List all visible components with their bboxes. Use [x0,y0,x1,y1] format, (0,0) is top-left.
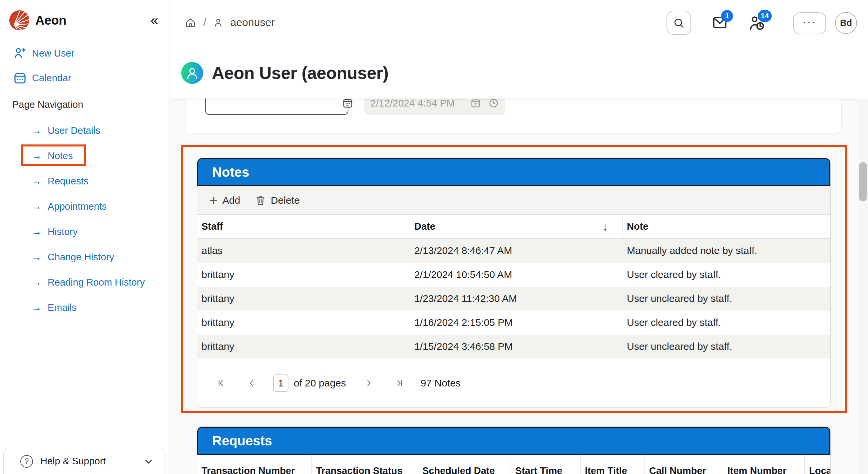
cell-staff: brittany [197,311,410,335]
sidebar-item-notes[interactable]: →Notes [0,143,169,168]
column-header-item-number[interactable]: Item Number [723,455,805,474]
page-title-row: Aeon User (aeonuser) [181,62,389,84]
cell-date: 1/15/2024 3:46:58 PM [410,335,622,359]
scrollbar-track[interactable] [858,99,868,474]
table-row[interactable]: brittany 1/15/2024 3:46:58 PM User uncle… [197,335,830,359]
chevron-down-icon [143,456,154,467]
page-title: Aeon User (aeonuser) [212,63,389,83]
help-icon: ? [20,455,33,468]
notes-toolbar: + Add Delete [197,186,830,215]
column-header-note[interactable]: Note [622,215,830,238]
column-label: Start Time [515,465,562,474]
arrow-right-icon: → [32,125,42,136]
sidebar-item-calendar[interactable]: Calendar [13,71,71,84]
column-label: Date [414,221,435,232]
breadcrumb: / aeonuser [185,16,275,29]
cell-staff: brittany [197,286,410,311]
help-support-label: Help & Support [40,456,106,467]
table-row[interactable]: atlas 2/13/2024 8:46:47 AM Manually adde… [197,239,830,263]
column-label: Item Number [727,465,786,474]
column-label: Staff [202,221,223,232]
requests-title: Requests [212,433,272,448]
column-label: Item Title [585,465,627,474]
sidebar-item-label: History [48,226,78,237]
column-header-scheduled-date[interactable]: Scheduled Date [418,455,511,474]
table-row[interactable]: brittany 1/16/2024 2:15:05 PM User clear… [197,311,830,335]
sidebar-item-label: User Details [48,125,100,136]
user-queue-button[interactable]: 14 [748,15,767,32]
requests-table-header: Transaction Number Transaction Status Sc… [197,455,830,474]
column-label: Note [627,221,648,232]
mail-button[interactable]: 1 [711,15,728,31]
notes-header: Notes [197,158,830,186]
sidebar-item-new-user[interactable]: New User [13,46,74,60]
help-support-panel[interactable]: ? Help & Support [3,448,166,474]
add-note-button[interactable]: + Add [209,194,240,206]
avatar-initials-label: Bd [840,18,852,28]
last-page-button[interactable] [394,378,405,388]
page-number-input[interactable] [273,374,288,392]
mail-badge: 1 [721,10,733,22]
requests-header: Requests [197,427,830,455]
calendar-icon[interactable] [342,98,353,109]
next-page-button[interactable] [363,378,374,388]
column-header-item-title[interactable]: Item Title [581,455,645,474]
scrollbar-thumb[interactable] [859,162,867,201]
cell-note: User uncleared by staff. [622,335,830,359]
delete-button-label: Delete [271,195,300,206]
previous-page-button[interactable] [246,378,257,388]
column-label: Loca [809,465,831,474]
column-label: Scheduled Date [422,465,495,474]
page-navigation-label: Page Navigation [12,99,83,110]
sidebar-item-change-history[interactable]: →Change History [0,244,169,270]
calendar-icon [470,98,481,108]
sort-descending-icon[interactable]: ↓ [602,220,608,234]
sidebar-item-label: Reading Room History [48,277,145,288]
person-plus-icon [13,46,27,60]
cell-date: 2/1/2024 10:54:50 AM [410,263,622,286]
column-header-call-number[interactable]: Call Number [645,455,723,474]
column-header-transaction-status[interactable]: Transaction Status [312,455,418,474]
cell-note: User cleared by staff. [622,311,830,335]
user-avatar [181,62,203,84]
sidebar-item-requests[interactable]: →Requests [0,168,169,194]
column-header-staff[interactable]: Staff [197,215,410,238]
sidebar-item-user-details[interactable]: →User Details [0,118,169,143]
cell-note: User uncleared by staff. [622,286,830,311]
table-row[interactable]: brittany 2/1/2024 10:54:50 AM User clear… [197,263,830,286]
clock-icon [488,98,499,108]
breadcrumb-current-user[interactable]: aeonuser [230,16,275,29]
column-header-start-time[interactable]: Start Time [511,455,581,474]
cell-date: 2/13/2024 8:46:47 AM [410,239,622,263]
date-input[interactable] [206,98,342,109]
more-options-button[interactable]: ··· [793,12,826,34]
sidebar-item-history[interactable]: →History [0,219,169,244]
column-header-location[interactable]: Loca [805,455,831,474]
account-avatar[interactable]: Bd [835,12,857,34]
person-icon [213,17,223,28]
sidebar-item-label: New User [32,48,74,59]
sidebar-item-label: Emails [48,302,76,313]
table-row[interactable]: brittany 1/23/2024 11:42:30 AM User uncl… [197,286,830,311]
sidebar-item-label: Requests [48,176,89,187]
top-header: / aeonuser [170,0,868,99]
sidebar-item-reading-room-history[interactable]: →Reading Room History [0,270,169,295]
collapse-sidebar-icon[interactable]: « [151,13,158,27]
sidebar-item-label: Notes [48,150,73,162]
column-header-transaction-number[interactable]: Transaction Number [197,455,312,474]
delete-note-button[interactable]: Delete [255,195,300,206]
calendar-icon [13,71,27,84]
column-label: Transaction Number [202,465,295,474]
notes-table-body: atlas 2/13/2024 8:46:47 AM Manually adde… [197,239,830,359]
search-icon [673,16,685,29]
arrow-right-icon: → [32,277,42,288]
first-page-button[interactable] [216,378,226,388]
sidebar-item-emails[interactable]: →Emails [0,295,169,320]
home-icon[interactable] [185,16,196,29]
aeon-logo-icon[interactable] [9,10,30,31]
column-header-date[interactable]: Date ↓ [410,215,622,238]
datetime-value: 2/12/2024 4:54 PM [370,98,463,109]
sidebar-item-appointments[interactable]: →Appointments [0,194,169,219]
notes-title: Notes [212,165,249,180]
search-button[interactable] [666,11,691,35]
